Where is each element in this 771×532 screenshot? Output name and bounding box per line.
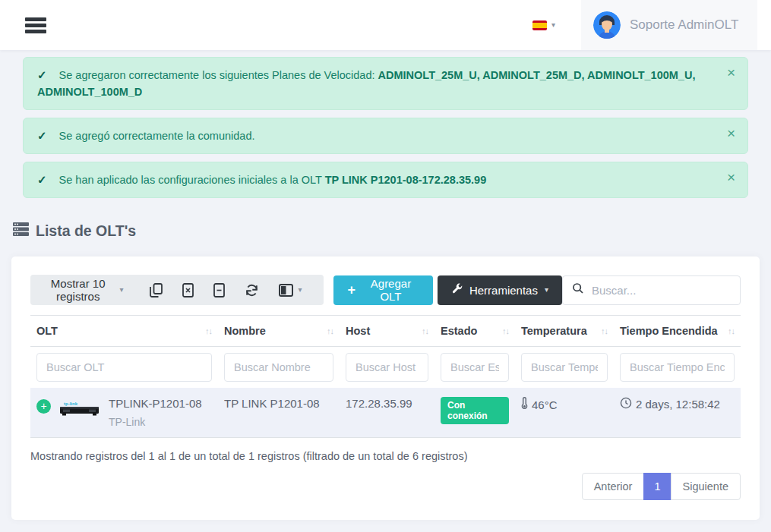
olt-brand: TP-Link	[109, 416, 202, 428]
column-label: Host	[346, 325, 370, 337]
menu-toggle-button[interactable]	[25, 15, 48, 36]
cell-host: 172.28.35.99	[340, 388, 434, 438]
export-file-button[interactable]	[204, 283, 235, 297]
sort-icon: ↑↓	[205, 326, 212, 335]
filter-nombre-input[interactable]	[224, 353, 333, 382]
filter-temperatura-input[interactable]	[521, 353, 608, 382]
alert-initial-config: ✓Se han aplicado las configuraciones ini…	[23, 162, 748, 198]
language-dropdown[interactable]: ▾	[532, 20, 555, 30]
alert-text: Se agregó correctamente la comunidad.	[59, 130, 255, 142]
sort-icon: ↑↓	[422, 326, 428, 335]
sort-icon: ↑↓	[728, 326, 735, 335]
export-excel-button[interactable]	[172, 283, 204, 297]
cell-tiempo-encendida: 2 days, 12:58:42	[636, 398, 720, 411]
alert-text-bold: TP LINK P1201-08-172.28.35.99	[325, 174, 487, 186]
sort-icon: ↑↓	[502, 326, 509, 335]
server-icon	[13, 222, 29, 241]
column-label: Tiempo Encendida	[620, 325, 718, 337]
excel-file-icon	[182, 283, 194, 297]
column-header-olt[interactable]: OLT↑↓	[30, 316, 218, 347]
alert-text: Se han aplicado las configuraciones inic…	[59, 174, 325, 186]
filter-olt-input[interactable]	[36, 353, 212, 382]
cell-nombre: TP LINK P1201-08	[218, 388, 340, 438]
refresh-button[interactable]	[235, 283, 269, 297]
previous-page-button[interactable]: Anterior	[582, 473, 645, 500]
page-title-text: Lista de OLT's	[36, 222, 136, 240]
check-icon: ✓	[37, 68, 47, 81]
caret-down-icon: ▾	[551, 21, 555, 29]
user-avatar	[593, 11, 621, 39]
close-icon[interactable]: ×	[727, 126, 735, 140]
filter-host-input[interactable]	[346, 353, 428, 382]
page-content: ✓Se agregaron correctamente los siguient…	[0, 50, 771, 520]
olt-table-card: Mostrar 10 registros ▾	[11, 257, 760, 520]
wrench-icon	[451, 283, 463, 297]
filter-tiempo-input[interactable]	[620, 353, 735, 382]
table-row[interactable]: + tp-link	[30, 388, 741, 438]
sort-icon: ↑↓	[327, 326, 333, 335]
file-icon	[213, 283, 225, 297]
page-number-button[interactable]: 1	[643, 473, 671, 500]
status-badge: Con conexión	[441, 397, 509, 424]
search-input[interactable]	[592, 284, 743, 297]
filter-estado-input[interactable]	[441, 353, 509, 382]
alert-community: ✓Se agregó correctamente la comunidad. ×	[23, 118, 748, 154]
tool-strip: Mostrar 10 registros ▾	[30, 275, 324, 305]
page-length-label: Mostrar 10 registros	[43, 277, 113, 303]
column-header-estado[interactable]: Estado↑↓	[434, 316, 515, 347]
close-icon[interactable]: ×	[727, 65, 735, 80]
olt-name: TPLINK-P1201-08	[109, 397, 202, 410]
table-footer: Mostrando registros del 1 al 1 de un tot…	[30, 450, 741, 500]
plus-icon: +	[40, 400, 46, 412]
column-visibility-button[interactable]: ▾	[269, 284, 311, 297]
page-title: Lista de OLT's	[13, 222, 760, 241]
caret-down-icon: ▾	[545, 286, 548, 294]
tools-label: Herramientas	[469, 284, 538, 297]
caret-down-icon: ▾	[298, 286, 302, 294]
pagination: Anterior 1 Siguiente	[582, 473, 741, 500]
copy-icon	[150, 283, 163, 297]
column-header-host[interactable]: Host↑↓	[340, 316, 434, 347]
next-page-button[interactable]: Siguiente	[671, 473, 741, 500]
search-icon	[572, 282, 584, 297]
add-olt-button[interactable]: + Agregar OLT	[333, 275, 432, 305]
top-navbar: ▾ Soporte AdminOLT	[0, 0, 771, 50]
olt-table: OLT↑↓ Nombre↑↓ Host↑↓ Estado↑↓ Temperatu…	[30, 315, 741, 438]
column-label: Temperatura	[521, 325, 587, 337]
alert-speed-plans: ✓Se agregaron correctamente los siguient…	[23, 57, 748, 110]
column-header-tiempo[interactable]: Tiempo Encendida↑↓	[614, 316, 741, 347]
alert-text: Se agregaron correctamente los siguiente…	[59, 69, 378, 81]
olt-device-image: tp-link	[58, 398, 101, 422]
svg-text:tp-link: tp-link	[64, 401, 78, 406]
sort-icon: ↑↓	[601, 326, 608, 335]
check-icon: ✓	[37, 129, 47, 142]
records-summary: Mostrando registros del 1 al 1 de un tot…	[30, 450, 741, 462]
thermometer-icon	[521, 397, 528, 412]
close-icon[interactable]: ×	[727, 170, 735, 184]
column-header-nombre[interactable]: Nombre↑↓	[218, 316, 340, 347]
page-length-select[interactable]: Mostrar 10 registros ▾	[43, 277, 123, 303]
user-menu[interactable]: Soporte AdminOLT	[581, 0, 757, 50]
clock-icon	[620, 397, 632, 411]
table-toolbar: Mostrar 10 registros ▾	[30, 275, 741, 305]
table-filter-row	[30, 347, 741, 389]
tools-dropdown-button[interactable]: Herramientas ▾	[438, 275, 562, 305]
column-label: Nombre	[224, 325, 266, 337]
global-search	[562, 275, 741, 305]
refresh-icon	[245, 283, 259, 297]
columns-icon	[279, 284, 293, 297]
column-header-temperatura[interactable]: Temperatura↑↓	[515, 316, 614, 347]
plus-icon: +	[347, 283, 355, 297]
caret-down-icon: ▾	[119, 286, 123, 294]
column-label: Estado	[441, 325, 477, 337]
column-label: OLT	[36, 325, 58, 337]
check-icon: ✓	[37, 173, 47, 186]
spain-flag-icon	[532, 20, 547, 30]
table-header-row: OLT↑↓ Nombre↑↓ Host↑↓ Estado↑↓ Temperatu…	[30, 316, 741, 347]
cell-temperatura: 46°C	[532, 398, 558, 411]
add-olt-label: Agregar OLT	[362, 277, 419, 303]
expand-row-button[interactable]: +	[36, 399, 51, 414]
user-name: Soporte AdminOLT	[630, 17, 738, 33]
copy-button[interactable]	[140, 283, 172, 297]
